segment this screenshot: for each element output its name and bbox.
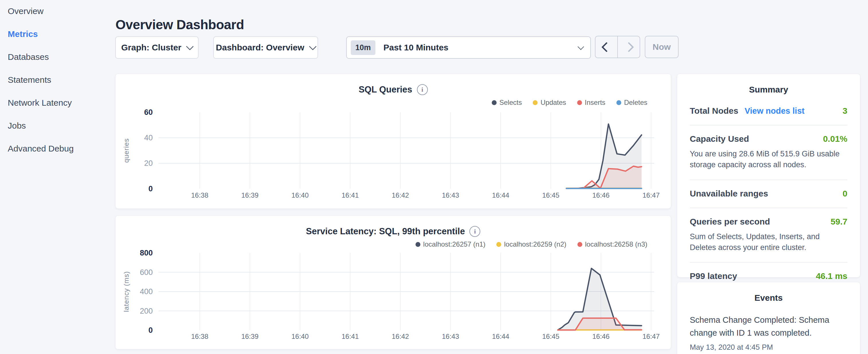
sidebar-item-databases[interactable]: Databases [8,52,115,62]
svg-text:800: 800 [140,249,153,257]
svg-text:16:40: 16:40 [291,191,309,199]
sidebar-item-advanced-debug[interactable]: Advanced Debug [8,143,115,154]
sql-queries-chart-card: SQL Queries i Selects Updates Inserts De… [115,74,671,209]
svg-text:16:47: 16:47 [643,332,660,340]
events-panel: Events Schema Change Completed: Schema c… [677,282,860,354]
total-nodes-value: 3 [842,106,847,116]
summary-row-unavailable-ranges: Unavailable ranges 0 [690,180,847,208]
event-list-item[interactable]: Schema Change Completed: Schema change w… [677,305,860,352]
service-latency-plot[interactable]: 020040060080016:3816:3916:4016:4116:4216… [116,216,672,350]
svg-text:16:38: 16:38 [191,332,208,340]
chevron-left-icon [601,42,611,52]
time-step-back-button[interactable] [595,36,618,58]
svg-text:16:39: 16:39 [241,191,258,199]
chevron-down-icon [309,42,317,50]
svg-text:16:46: 16:46 [592,191,610,199]
svg-text:16:43: 16:43 [442,191,459,199]
svg-text:20: 20 [144,159,153,167]
graph-scope-dropdown-label: Graph: Cluster [121,43,181,53]
svg-text:600: 600 [140,268,153,277]
sidebar-item-statements[interactable]: Statements [8,74,115,85]
svg-text:16:44: 16:44 [492,191,509,199]
svg-text:16:42: 16:42 [392,332,409,340]
graph-scope-dropdown[interactable]: Graph: Cluster [115,36,198,59]
sidebar: Overview Metrics Databases Statements Ne… [0,0,115,166]
events-title: Events [677,293,860,303]
svg-text:16:41: 16:41 [342,332,359,340]
overview-dashboard-page: { "app": { "background": "#f4f6fa", "acc… [0,0,868,354]
chevron-down-icon [186,42,194,50]
time-range-label: Past 10 Minutes [383,43,448,53]
svg-text:400: 400 [140,287,153,296]
svg-text:40: 40 [144,133,153,142]
svg-text:16:43: 16:43 [442,332,459,340]
event-text: Schema Change Completed: Schema change w… [690,314,847,340]
svg-text:16:41: 16:41 [342,191,359,199]
chevron-down-icon [578,43,584,50]
svg-text:16:40: 16:40 [291,332,309,340]
svg-text:0: 0 [149,185,153,193]
summary-row-queries-per-second: Queries per second 59.7 Sum of Selects, … [690,208,847,263]
event-timestamp: May 13, 2020 at 4:45 PM [690,343,847,352]
queries-per-second-value: 59.7 [831,217,847,227]
svg-text:0: 0 [149,326,153,334]
svg-text:16:42: 16:42 [392,191,409,199]
time-range-badge: 10m [351,40,375,55]
sidebar-item-network-latency[interactable]: Network Latency [8,97,115,108]
svg-text:16:47: 16:47 [643,191,660,199]
capacity-used-description: You are using 28.6 MiB of 515.9 GiB usab… [690,148,847,170]
page-title: Overview Dashboard [116,17,244,32]
now-button[interactable]: Now [645,36,679,58]
time-step-buttons [595,36,640,58]
sidebar-item-metrics[interactable]: Metrics [8,29,115,39]
svg-text:16:39: 16:39 [241,332,258,340]
dashboard-dropdown[interactable]: Dashboard: Overview [213,36,318,59]
summary-panel: Summary Total Nodes View nodes list 3 Ca… [677,74,860,278]
dashboard-dropdown-label: Dashboard: Overview [216,43,304,53]
chevron-right-icon [624,42,633,52]
queries-per-second-description: Sum of Selects, Updates, Inserts, and De… [690,231,847,253]
service-latency-chart-card: Service Latency: SQL, 99th percentile i … [115,215,671,349]
time-range-dropdown[interactable]: 10m Past 10 Minutes [346,36,591,59]
unavailable-ranges-value: 0 [842,189,847,198]
time-step-forward-button[interactable] [618,36,640,58]
svg-text:200: 200 [140,307,153,315]
svg-text:60: 60 [144,108,153,117]
summary-title: Summary [677,85,860,95]
svg-text:queries: queries [122,138,130,163]
svg-text:16:44: 16:44 [492,332,509,340]
view-nodes-list-link[interactable]: View nodes list [744,106,804,116]
capacity-used-value: 0.01% [823,134,847,144]
svg-text:16:45: 16:45 [542,332,559,340]
summary-row-total-nodes: Total Nodes View nodes list 3 [690,97,847,125]
sql-queries-plot[interactable]: 020406016:3816:3916:4016:4116:4216:4316:… [116,74,672,209]
svg-text:16:45: 16:45 [542,191,559,199]
sidebar-item-jobs[interactable]: Jobs [8,120,115,131]
svg-text:16:46: 16:46 [592,332,610,340]
p99-latency-value: 46.1 ms [816,271,847,281]
sidebar-item-overview[interactable]: Overview [8,6,115,17]
summary-row-capacity-used: Capacity Used 0.01% You are using 28.6 M… [690,125,847,180]
svg-text:latency (ms): latency (ms) [122,271,130,312]
svg-text:16:38: 16:38 [191,191,208,199]
